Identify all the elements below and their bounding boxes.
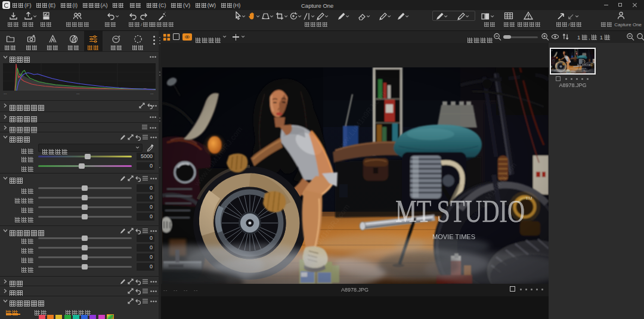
svg-text:MOVIE TIMES: MOVIE TIMES [432, 233, 475, 240]
svg-text:TM: TM [525, 196, 532, 201]
svg-text:MT STUDIO: MT STUDIO [395, 194, 525, 228]
